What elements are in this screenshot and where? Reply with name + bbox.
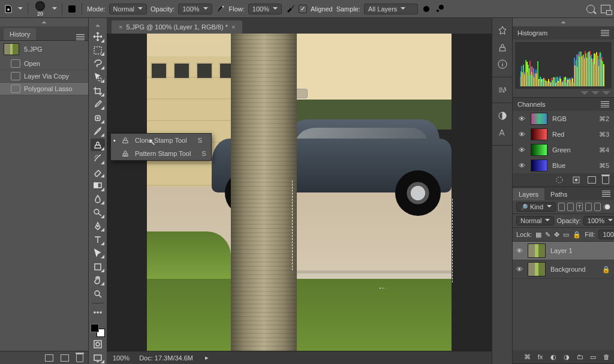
tab-close-icon[interactable]: ×	[231, 23, 235, 31]
new-channel-icon[interactable]	[588, 176, 596, 183]
snapshot-icon[interactable]	[61, 354, 69, 362]
visibility-icon[interactable]: 👁	[517, 162, 526, 169]
filter-adjust-icon[interactable]	[567, 203, 574, 211]
filter-type-icon[interactable]: T	[576, 203, 583, 211]
properties-dock-icon[interactable]	[497, 85, 508, 95]
brush-preset-picker[interactable]: 20	[33, 1, 47, 17]
workspace-icon[interactable]	[601, 5, 610, 13]
panel-menu-icon[interactable]	[601, 30, 609, 36]
history-tab[interactable]: History	[4, 28, 36, 40]
info-dock-icon[interactable]	[497, 59, 508, 70]
pen-tool[interactable]	[91, 220, 105, 233]
visibility-icon[interactable]: 👁	[516, 266, 523, 273]
layer-style-icon[interactable]: fx	[536, 353, 544, 361]
layer-row[interactable]: 👁 Background 🔒	[513, 260, 614, 279]
search-icon[interactable]	[586, 5, 595, 13]
layers-tab[interactable]: Layers	[513, 188, 544, 200]
brush-settings-dock-icon[interactable]	[497, 25, 508, 36]
path-select-tool[interactable]	[91, 247, 105, 260]
gradient-tool[interactable]	[91, 179, 105, 192]
history-step[interactable]: Polygonal Lasso	[0, 83, 88, 95]
channel-row-blue[interactable]: 👁Blue⌘5	[513, 158, 614, 173]
healing-brush-tool[interactable]	[91, 112, 105, 124]
save-selection-icon[interactable]	[571, 175, 582, 185]
brush-panel-icon[interactable]	[67, 4, 77, 14]
move-tool[interactable]	[91, 31, 105, 43]
blend-mode-select[interactable]: Normal	[109, 4, 147, 14]
adjustment-layer-icon[interactable]: ◑	[562, 353, 571, 361]
create-document-icon[interactable]	[45, 354, 53, 362]
layer-mask-icon[interactable]: ◐	[549, 353, 558, 361]
history-step[interactable]: Layer Via Copy	[0, 70, 88, 83]
quick-select-tool[interactable]	[91, 71, 105, 84]
screen-mode-icon[interactable]	[91, 351, 105, 364]
flow-field[interactable]: 100%	[248, 4, 282, 14]
channel-row-rgb[interactable]: 👁RGB⌘2	[513, 111, 614, 127]
brush-tool[interactable]	[91, 125, 105, 138]
flyout-item-clone-stamp[interactable]: Clone Stamp Tool S	[111, 134, 211, 147]
airbrush-icon[interactable]	[285, 4, 295, 14]
trash-icon[interactable]: 🗑	[602, 353, 610, 361]
tools-collapse-icon[interactable]	[89, 22, 107, 29]
histogram-slider[interactable]	[591, 91, 600, 95]
layer-filter-kind[interactable]: 🔎Kind	[516, 202, 556, 212]
panel-collapse-icon[interactable]	[0, 18, 88, 26]
lock-position-icon[interactable]: ✥	[554, 231, 559, 239]
trash-icon[interactable]	[602, 176, 609, 184]
doc-size-value[interactable]: Doc: 17.3M/34.6M	[139, 354, 193, 362]
shape-tool[interactable]	[91, 260, 105, 273]
filter-shape-icon[interactable]	[585, 203, 592, 211]
filter-pixel-icon[interactable]	[558, 203, 565, 211]
sample-select[interactable]: All Layers	[364, 4, 418, 14]
type-tool[interactable]	[91, 233, 105, 246]
history-document-row[interactable]: 5.JPG	[0, 41, 88, 58]
quick-mask-icon[interactable]	[91, 338, 105, 351]
layer-opacity-field[interactable]: 100%	[583, 216, 614, 225]
histogram-slider[interactable]	[602, 91, 610, 95]
adjustments-dock-icon[interactable]	[497, 110, 508, 121]
load-selection-icon[interactable]	[554, 175, 565, 185]
chevron-down-icon[interactable]	[17, 6, 23, 12]
aligned-checkbox[interactable]	[299, 5, 307, 13]
layer-fill-field[interactable]: 100%	[598, 230, 614, 239]
clone-source-dock-icon[interactable]	[497, 42, 508, 53]
ignore-adjustment-icon[interactable]	[422, 4, 431, 14]
trash-icon[interactable]	[76, 354, 83, 362]
new-layer-icon[interactable]: ▭	[589, 353, 597, 361]
marquee-tool[interactable]	[91, 44, 105, 57]
filter-smart-icon[interactable]	[594, 203, 601, 211]
zoom-tool[interactable]	[91, 287, 105, 300]
filter-toggle[interactable]	[603, 204, 610, 210]
color-swatches[interactable]	[91, 324, 105, 337]
visibility-icon[interactable]: 👁	[517, 115, 526, 122]
dodge-tool[interactable]	[91, 206, 105, 219]
pressure-opacity-icon[interactable]	[216, 4, 225, 14]
link-layers-icon[interactable]: ⌘	[523, 353, 531, 361]
history-brush-tool[interactable]	[91, 152, 105, 165]
chevron-down-icon[interactable]	[51, 6, 57, 12]
lock-transparent-icon[interactable]: ▦	[535, 231, 541, 239]
tool-preset-icon[interactable]	[4, 4, 13, 14]
channel-row-red[interactable]: 👁Red⌘3	[513, 127, 614, 142]
crop-tool[interactable]	[91, 85, 105, 97]
panel-menu-icon[interactable]	[602, 191, 610, 197]
eraser-tool[interactable]	[91, 166, 105, 179]
edit-toolbar-icon[interactable]	[91, 306, 105, 319]
pressure-size-icon[interactable]	[435, 4, 444, 14]
document-tab[interactable]: × 5.JPG @ 100% (Layer 1, RGB/8) * ×	[112, 20, 242, 34]
lock-pixels-icon[interactable]: ✎	[545, 231, 550, 239]
layer-row[interactable]: 👁 Layer 1	[513, 242, 614, 260]
opacity-field[interactable]: 100%	[178, 4, 212, 14]
history-step[interactable]: Open	[0, 58, 88, 70]
lock-all-icon[interactable]: 🔒	[573, 231, 581, 239]
hand-tool[interactable]	[91, 274, 105, 287]
panel-menu-icon[interactable]	[601, 101, 609, 107]
foreground-color-swatch[interactable]	[91, 324, 99, 332]
panel-collapse-icon[interactable]	[513, 18, 614, 26]
visibility-icon[interactable]: 👁	[517, 146, 526, 154]
histogram-slider[interactable]	[580, 91, 589, 95]
blur-tool[interactable]	[91, 193, 105, 206]
lasso-tool[interactable]	[91, 58, 105, 70]
status-menu-icon[interactable]: ▸	[205, 354, 209, 362]
channel-row-green[interactable]: 👁Green⌘4	[513, 142, 614, 158]
